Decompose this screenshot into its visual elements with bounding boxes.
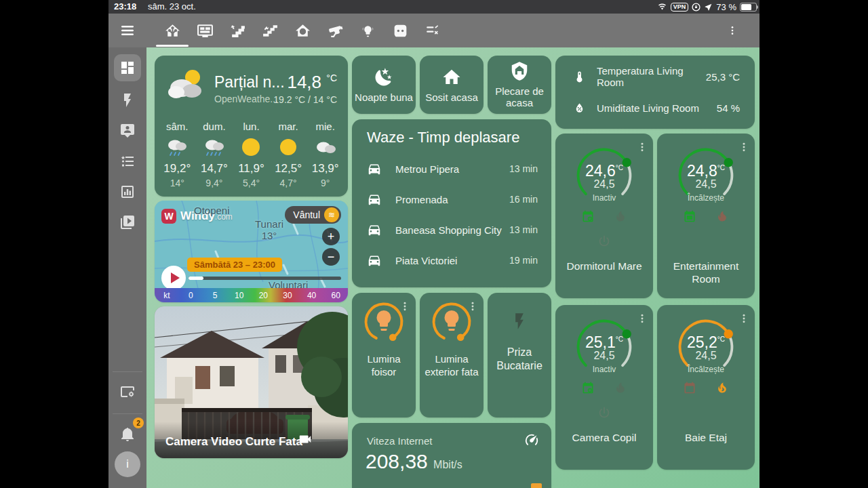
- hvac-state: Inactiv: [572, 365, 637, 374]
- card-menu-button[interactable]: [635, 310, 649, 327]
- camera-card[interactable]: Camera Video Curte Fata: [155, 306, 348, 458]
- thermostat-camera-copil: 25,1°C 24,5 Inactiv Camera Copil: [555, 305, 653, 470]
- hvac-state: Inactiv: [572, 193, 637, 203]
- dashboard-tabs: [156, 14, 449, 47]
- user-avatar[interactable]: i: [115, 451, 140, 477]
- notification-badge: 2: [133, 418, 144, 428]
- light-card-lumina-foisor[interactable]: Lumina foisor: [352, 293, 416, 418]
- sensor-row-temperature[interactable]: Temperatura Living Room 25,3 °C: [573, 66, 740, 87]
- flame-icon[interactable]: [614, 209, 627, 223]
- sidebar-item-overview[interactable]: [114, 54, 141, 81]
- cloudy-icon: [313, 137, 338, 157]
- tab-media-dashboard[interactable]: [189, 14, 221, 47]
- tab-climate[interactable]: [286, 14, 319, 47]
- flame-icon[interactable]: [715, 209, 729, 223]
- rotation-lock-icon: [692, 3, 701, 12]
- thermostat-dial[interactable]: 24,6°C 24,5 Inactiv: [572, 143, 637, 208]
- play-icon: [171, 272, 180, 283]
- waze-duration: 19 min: [509, 255, 538, 266]
- card-menu-button[interactable]: [737, 310, 751, 327]
- target-temperature: 24,5: [673, 178, 738, 190]
- wind-layer-button[interactable]: Vântul ≋: [285, 206, 341, 224]
- waze-row[interactable]: Promenada 16 min: [367, 188, 538, 211]
- power-button[interactable]: [555, 234, 653, 249]
- calendar-sync-icon[interactable]: [581, 209, 595, 223]
- light-name: Lumina exterior fata: [422, 352, 481, 378]
- stairs-up-icon: [262, 22, 279, 39]
- target-temperature: 24,5: [572, 178, 637, 190]
- thermostat-dial[interactable]: 24,8°C 24,5 Încălzește: [673, 143, 738, 208]
- forecast-day: mar. 12,5° 4,7°: [270, 121, 307, 188]
- home-gauge-icon: [294, 22, 311, 39]
- weather-card[interactable]: Parțial n... OpenWeathe... 14,8 °C 19.2 …: [155, 56, 348, 197]
- car-icon: [367, 222, 382, 237]
- play-button[interactable]: [161, 266, 186, 290]
- target-temperature: 24,5: [572, 350, 637, 362]
- sidebar-item-media[interactable]: [114, 209, 141, 236]
- calendar-sync-icon[interactable]: [683, 381, 696, 394]
- menu-button[interactable]: [119, 22, 136, 41]
- sidebar-item-developer-tools[interactable]: [114, 378, 141, 405]
- tab-overview[interactable]: [156, 14, 189, 47]
- tab-downstairs[interactable]: [221, 14, 254, 47]
- home-assistant-app: 23:18 sâm. 23 oct. VPN 73 %: [108, 0, 760, 488]
- internet-speed-card[interactable]: Viteza Internet 208,38 Mbit/s: [352, 423, 551, 488]
- hamburger-icon: [119, 22, 136, 39]
- timeline-slider[interactable]: [189, 277, 341, 280]
- tab-lights[interactable]: [351, 14, 384, 47]
- waze-row[interactable]: Piata Victoriei 19 min: [367, 249, 538, 272]
- sidebar-item-notifications[interactable]: 2: [114, 420, 141, 447]
- plug-card-priza-bucatarie[interactable]: Priza Bucatarie: [488, 293, 551, 418]
- sidebar-item-logbook[interactable]: [114, 148, 141, 175]
- card-menu-button[interactable]: [635, 139, 649, 155]
- card-menu-button[interactable]: [737, 139, 751, 155]
- tab-plugs[interactable]: [384, 14, 416, 47]
- tooltip-account-icon: [119, 123, 136, 139]
- hvac-modes: [657, 381, 755, 394]
- zoom-out-button[interactable]: −: [322, 248, 340, 266]
- tab-todo[interactable]: [416, 14, 449, 47]
- sensor-row-humidity[interactable]: Umiditate Living Room 54 %: [573, 98, 740, 118]
- waze-row[interactable]: Metrou Pipera 13 min: [367, 157, 538, 180]
- hvac-modes: [555, 381, 653, 394]
- wind-speed-scale: kt 051020304060: [155, 288, 348, 302]
- scene-label: Sosit acasa: [425, 92, 478, 103]
- flame-icon[interactable]: [715, 381, 729, 394]
- light-card-lumina-exterior-fata[interactable]: Lumina exterior fata: [420, 293, 484, 418]
- thermostat-name: Baie Etaj: [661, 431, 751, 444]
- brightness-dial[interactable]: [429, 300, 474, 344]
- scene-plecare-de-acasa[interactable]: Plecare de acasa: [488, 56, 551, 114]
- tab-cameras[interactable]: [319, 14, 351, 47]
- calendar-sync-icon[interactable]: [581, 381, 595, 394]
- play-box-multiple-icon: [119, 214, 136, 230]
- zoom-in-button[interactable]: +: [322, 228, 340, 245]
- sidebar-item-history[interactable]: [114, 178, 141, 205]
- scene-noapte-buna[interactable]: Noapte buna: [352, 56, 416, 114]
- brightness-dial[interactable]: [361, 300, 406, 344]
- target-temperature: 24,5: [673, 350, 738, 362]
- waze-destination: Metrou Pipera: [395, 163, 509, 175]
- windy-map-card[interactable]: W Windy.com Otopeni Tunari 13° Voluntari…: [155, 201, 348, 302]
- waze-destination: Piata Victoriei: [395, 255, 509, 266]
- toolbar: [108, 14, 760, 47]
- thermostat-dial[interactable]: 25,1°C 24,5 Inactiv: [572, 314, 637, 380]
- battery-percent: 73 %: [716, 2, 736, 12]
- status-date: sâm. 23 oct.: [148, 1, 196, 12]
- forecast-row: sâm. 19,2° 14° dum. 14,7° 9,4° lun. 11,9…: [159, 121, 344, 188]
- forecast-day: mie. 13,9° 9°: [307, 121, 344, 188]
- waze-row[interactable]: Baneasa Shopping City 13 min: [367, 218, 538, 241]
- thermostat-dial[interactable]: 25,2°C 24,5 Încălzește: [673, 314, 738, 380]
- sidebar-item-energy[interactable]: [114, 87, 141, 114]
- calendar-sync-icon[interactable]: [683, 209, 696, 223]
- power-icon: [597, 405, 612, 420]
- tab-upstairs[interactable]: [254, 14, 286, 47]
- sidebar-item-map[interactable]: [114, 117, 141, 144]
- scene-sosit-acasa[interactable]: Sosit acasa: [420, 56, 484, 114]
- waze-destination: Promenada: [395, 194, 509, 205]
- flame-icon[interactable]: [614, 381, 627, 394]
- waze-duration: 13 min: [509, 224, 538, 235]
- partly-cloudy-icon: [164, 66, 208, 102]
- toolbar-overflow-button[interactable]: [726, 22, 739, 39]
- camera-title: Camera Video Curte Fata: [165, 435, 302, 449]
- power-button[interactable]: [555, 405, 653, 420]
